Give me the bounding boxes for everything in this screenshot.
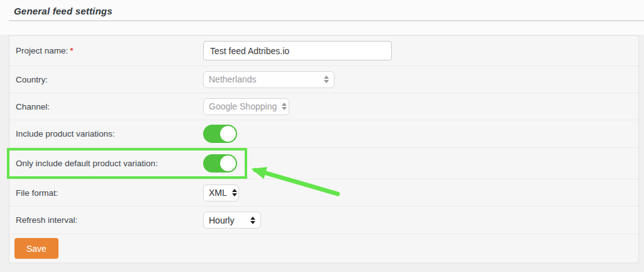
country-select[interactable]: Netherlands <box>203 71 335 88</box>
project-name-label: Project name:* <box>16 46 203 55</box>
project-name-input[interactable] <box>203 41 392 60</box>
select-spinner-icon <box>250 217 255 224</box>
general-feed-settings-panel: Project name:* Country: Netherlands Chan… <box>9 35 639 263</box>
select-spinner-icon <box>324 76 329 83</box>
channel-label: Channel: <box>16 102 203 111</box>
toggle-knob-icon <box>220 126 236 142</box>
select-spinner-icon <box>282 103 287 110</box>
channel-select[interactable]: Google Shopping <box>203 98 289 115</box>
form-row-refresh-interval: Refresh interval: Hourly <box>9 207 638 234</box>
form-row-file-format: File format: XML <box>9 179 638 207</box>
channel-select-value: Google Shopping <box>209 101 277 111</box>
form-row-project-name: Project name:* <box>9 36 638 66</box>
form-row-save: Save <box>9 234 638 263</box>
file-format-select[interactable]: XML <box>203 184 239 201</box>
select-spinner-icon <box>232 189 237 196</box>
include-variations-toggle[interactable] <box>203 125 237 143</box>
required-asterisk: * <box>70 46 73 55</box>
form-row-only-default-variation: Only include default product variation: <box>9 148 638 179</box>
refresh-interval-select[interactable]: Hourly <box>203 212 261 229</box>
country-label: Country: <box>16 75 203 84</box>
toggle-knob-icon <box>220 156 236 171</box>
country-select-value: Netherlands <box>209 74 257 84</box>
save-button[interactable]: Save <box>14 238 58 259</box>
project-name-label-text: Project name: <box>16 46 68 55</box>
form-row-country: Country: Netherlands <box>9 66 638 93</box>
only-default-variation-toggle[interactable] <box>203 154 237 173</box>
file-format-select-value: XML <box>209 188 227 198</box>
only-default-variation-label: Only include default product variation: <box>16 159 203 168</box>
form-row-include-variations: Include product variations: <box>9 120 638 148</box>
include-variations-label: Include product variations: <box>16 129 203 139</box>
refresh-interval-select-value: Hourly <box>209 215 234 225</box>
header-divider <box>9 20 644 21</box>
form-row-channel: Channel: Google Shopping <box>9 93 638 120</box>
refresh-interval-label: Refresh interval: <box>16 215 203 225</box>
file-format-label: File format: <box>16 188 203 198</box>
page-title: General feed settings <box>14 6 113 16</box>
